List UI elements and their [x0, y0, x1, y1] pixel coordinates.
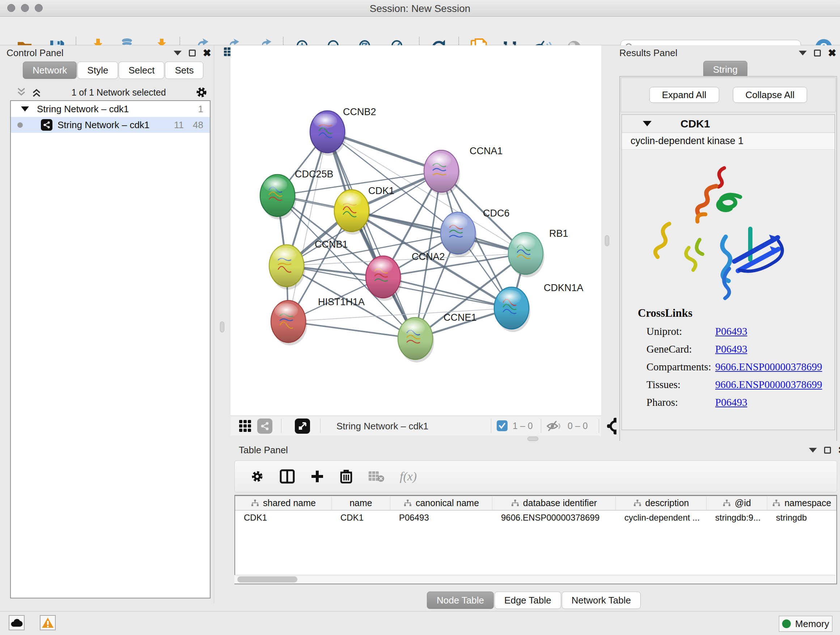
network-graph[interactable]: CCNB2CCNA1CDC25BCDK1CDC6RB1CCNB1CCNA2CDK…	[231, 45, 601, 416]
node-CDK1[interactable]	[334, 190, 370, 234]
left-splitter-handle[interactable]	[220, 321, 224, 333]
table-panel-collapse-icon[interactable]	[809, 448, 817, 453]
cdk1-collapse-icon[interactable]	[643, 121, 652, 126]
cell-namespace[interactable]: stringdb	[767, 510, 836, 525]
tab-edge-table[interactable]: Edge Table	[494, 592, 561, 609]
string-results-container: Expand All Collapse All CDK1 cyclin-depe…	[619, 76, 837, 469]
delete-column-trash-icon[interactable]	[340, 469, 353, 484]
column-header-name[interactable]: name	[332, 496, 390, 510]
column-header-canonical-name[interactable]: canonical name	[390, 496, 493, 510]
control-panel-collapse-icon[interactable]	[174, 51, 182, 55]
results-panel-float-icon[interactable]	[814, 50, 821, 57]
network-row-selected[interactable]: String Network – cdk1 11 48	[11, 117, 210, 133]
warnings-button[interactable]	[40, 615, 56, 630]
scrollbar-thumb[interactable]	[237, 576, 297, 583]
selected-nodes-checkbox[interactable]	[497, 420, 508, 431]
edge-HIST1H1A-CCNE1[interactable]	[288, 321, 415, 339]
node-CDC6[interactable]	[441, 212, 477, 257]
table-panel-float-icon[interactable]	[824, 447, 831, 454]
column-header-namespace[interactable]: namespace	[767, 496, 836, 510]
crosslink-row-compartments-: Compartments:9606.ENSP00000378699	[646, 361, 835, 373]
collapse-all-button[interactable]: Collapse All	[733, 87, 807, 103]
table-row[interactable]: CDK1CDK1P064939606.ENSP00000378699cyclin…	[235, 510, 836, 525]
collection-expand-icon[interactable]	[21, 106, 29, 111]
control-panel-float-icon[interactable]	[189, 50, 196, 57]
node-RB1[interactable]	[508, 233, 545, 277]
tab-style[interactable]: Style	[77, 62, 118, 79]
results-panel-close-icon[interactable]: ✖	[828, 50, 836, 57]
column-header-description[interactable]: description	[616, 496, 706, 510]
tab-string[interactable]: String	[703, 61, 747, 78]
node-label-CDKN1A: CDKN1A	[544, 282, 584, 293]
edge-CCNB2-CCNE1[interactable]	[327, 132, 415, 339]
edge-count: 48	[193, 119, 203, 131]
column-header-database-identifier[interactable]: database identifier	[493, 496, 616, 510]
column-header-label: namespace	[784, 498, 831, 508]
node-CCNE1[interactable]	[398, 318, 434, 363]
network-collection-row[interactable]: String Network – cdk1 1	[11, 101, 210, 117]
hidden-elements-indicator[interactable]	[546, 420, 562, 434]
cdk1-card-header[interactable]: CDK1	[622, 115, 835, 133]
results-panel-collapse-icon[interactable]	[799, 51, 807, 55]
cell-name[interactable]: CDK1	[332, 510, 390, 525]
select-columns-icon[interactable]	[279, 469, 295, 484]
node-CCNA1[interactable]	[424, 150, 460, 195]
cell-description[interactable]: cyclin-dependent ...	[616, 510, 706, 525]
string-network-icon	[41, 119, 52, 131]
expand-all-button[interactable]: Expand All	[649, 87, 719, 103]
crosslink-link[interactable]: P06493	[715, 396, 747, 409]
function-builder-disabled: f(x)	[400, 470, 417, 483]
node-CCNB2[interactable]	[310, 111, 346, 156]
selected-counter: 1 – 0	[513, 421, 533, 431]
network-label: String Network – cdk1	[57, 119, 149, 131]
crosslink-link[interactable]: P06493	[715, 343, 747, 355]
node-CDC25B[interactable]	[260, 174, 296, 219]
results-panel-title: Results Panel	[619, 48, 677, 59]
network-canvas[interactable]: CCNB2CCNA1CDC25BCDK1CDC6RB1CCNB1CCNA2CDK…	[231, 45, 601, 416]
crosslink-label: Compartments:	[646, 361, 715, 373]
node-CDKN1A[interactable]	[494, 287, 531, 332]
node-label-HIST1H1A: HIST1H1A	[318, 296, 365, 307]
add-column-icon[interactable]	[310, 469, 325, 484]
birds-eye-view-button[interactable]	[295, 418, 310, 434]
tab-sets[interactable]: Sets	[165, 62, 203, 79]
crosslink-link[interactable]: P06493	[715, 325, 747, 337]
crosslink-row-pharos-: Pharos:P06493	[646, 396, 835, 409]
cell-shared-name[interactable]: CDK1	[235, 510, 332, 525]
node-HIST1H1A[interactable]	[271, 301, 307, 345]
right-splitter-handle[interactable]	[605, 235, 609, 246]
crosslink-link[interactable]: 9606.ENSP00000378699	[715, 361, 822, 373]
tab-network[interactable]: Network	[23, 62, 77, 79]
tab-node-table[interactable]: Node Table	[427, 592, 494, 609]
network-options-gear-icon[interactable]	[195, 86, 208, 99]
column-header-shared-name[interactable]: shared name	[235, 496, 332, 510]
cell-canonical-name[interactable]: P06493	[390, 510, 493, 525]
table-settings-gear-icon[interactable]	[250, 469, 264, 484]
node-CCNA2[interactable]	[366, 256, 402, 301]
tab-network-table[interactable]: Network Table	[562, 592, 641, 609]
grid-icon	[238, 419, 252, 433]
column-type-icon	[633, 499, 642, 507]
string-style-toggle-button[interactable]	[257, 418, 272, 434]
crosslink-link[interactable]: 9606.ENSP00000378699	[715, 379, 822, 391]
show-grid-button[interactable]	[238, 419, 252, 434]
expand-all-chevron-icon[interactable]	[30, 87, 43, 98]
tab-select[interactable]: Select	[118, 62, 164, 79]
node-CCNB1[interactable]	[269, 245, 305, 290]
eye-slash-small-icon	[546, 420, 562, 432]
column-header--id[interactable]: @id	[706, 496, 767, 510]
table-panel: Table Panel ✖	[225, 441, 840, 610]
node-label-CCNB1: CCNB1	[315, 239, 348, 250]
bottom-splitter-handle[interactable]	[527, 437, 538, 441]
collapse-all-chevron-icon[interactable]	[15, 87, 27, 98]
cell-database-identifier[interactable]: 9606.ENSP00000378699	[493, 510, 616, 525]
cloud-status-button[interactable]	[9, 615, 25, 630]
crosslinks-section: CrossLinks Uniprot:P06493GeneCard:P06493…	[622, 307, 835, 409]
control-panel-close-icon[interactable]: ✖	[203, 50, 211, 57]
cdk1-gene-name: CDK1	[681, 118, 710, 130]
table-panel-close-icon[interactable]: ✖	[838, 447, 840, 454]
table-horizontal-scrollbar[interactable]	[234, 575, 836, 584]
cell--id[interactable]: stringdb:9...	[706, 510, 767, 525]
memory-button[interactable]: Memory	[779, 616, 832, 632]
protein-structure-image	[640, 153, 796, 305]
